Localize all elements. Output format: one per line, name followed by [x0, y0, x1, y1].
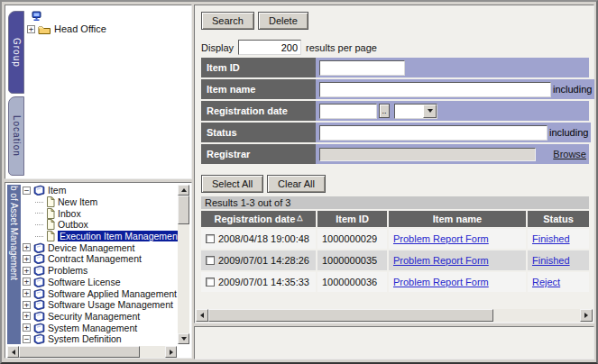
form-row-item-name: Item name including	[201, 79, 589, 99]
registration-date-cell: 2009/07/01 14:35:33	[218, 277, 309, 287]
dropdown-button[interactable]	[423, 105, 437, 118]
registration-date-cell: 2008/04/18 19:00:48	[218, 233, 309, 244]
tree-item[interactable]: New Item	[23, 196, 178, 208]
tab-group[interactable]: Group	[8, 11, 24, 94]
scrollbar-thumb[interactable]	[19, 346, 140, 358]
table-row: 2008/04/18 19:00:48 1000000029 Problem R…	[201, 229, 589, 249]
scroll-left-button[interactable]	[196, 309, 208, 322]
row-checkbox[interactable]	[206, 234, 215, 243]
collapse-icon[interactable]	[23, 187, 31, 195]
scroll-right-button[interactable]	[165, 346, 177, 358]
display-count-row: Display results per page	[201, 40, 377, 55]
tree-item[interactable]: Contract Management	[23, 253, 178, 265]
select-all-button[interactable]: Select All	[201, 175, 263, 193]
tree-item[interactable]: Software License	[23, 277, 178, 288]
tree-item[interactable]: Outbox	[23, 219, 178, 231]
column-header-registration-date[interactable]: Registration date	[201, 211, 316, 227]
item-id-input[interactable]	[319, 60, 405, 76]
registration-date-input[interactable]	[319, 104, 377, 119]
status-link[interactable]: Finished	[532, 255, 570, 266]
status-link[interactable]: Reject	[532, 277, 560, 287]
book-icon	[33, 311, 45, 322]
bottom-pane	[194, 326, 594, 359]
scroll-left-button[interactable]	[7, 346, 19, 358]
scroll-down-button[interactable]	[178, 333, 189, 344]
arrow-left-icon	[12, 350, 15, 355]
search-button[interactable]: Search	[201, 12, 254, 30]
scroll-up-button[interactable]	[178, 185, 189, 196]
status-link[interactable]: Finished	[532, 233, 570, 244]
scrollbar-thumb[interactable]	[208, 309, 493, 322]
expand-icon[interactable]	[23, 312, 31, 320]
tree-item-label: Contract Management	[48, 253, 142, 264]
arrow-up-icon	[181, 188, 187, 192]
expand-icon[interactable]	[23, 243, 31, 251]
expand-icon[interactable]	[23, 289, 31, 297]
tree-item[interactable]: System Definition	[23, 333, 178, 345]
tree-item[interactable]: System Management	[23, 322, 178, 333]
form-row-status: Status including	[201, 123, 589, 142]
registrar-browse-link[interactable]: Browse	[553, 149, 586, 159]
expand-icon[interactable]	[23, 301, 31, 309]
search-form: Item ID Item name including Registration…	[201, 58, 589, 166]
date-condition-dropdown[interactable]	[394, 104, 437, 119]
item-name-link[interactable]: Problem Report Form	[393, 233, 489, 244]
tab-group-label: Group	[12, 38, 22, 68]
status-input[interactable]	[319, 125, 547, 141]
tree-item[interactable]: Inbox	[23, 207, 178, 219]
column-header-item-name[interactable]: Item name	[389, 211, 526, 227]
book-icon	[33, 253, 45, 264]
job-tree: Item New Item Inbox Outbox Execution Ite	[23, 185, 178, 345]
tree-item-label: Outbox	[58, 219, 88, 230]
results-summary: Results 1-3 out of 3	[201, 196, 589, 209]
delete-button[interactable]: Delete	[258, 12, 308, 30]
job-side-strip-label: b of Asset Management	[9, 186, 19, 280]
item-id-cell: 1000000036	[322, 277, 377, 287]
item-name-link[interactable]: Problem Report Form	[393, 277, 489, 287]
tab-location[interactable]: Location	[8, 96, 24, 176]
tree-item-label: Software License	[48, 277, 121, 287]
item-name-input[interactable]	[319, 82, 551, 97]
tree-item[interactable]: Problems	[23, 265, 178, 277]
job-tree-vertical-scrollbar[interactable]	[178, 185, 189, 344]
search-panel-horizontal-scrollbar[interactable]	[196, 309, 593, 322]
tree-connector	[35, 213, 43, 214]
tree-connector	[35, 224, 43, 225]
scrollbar-thumb[interactable]	[178, 196, 189, 224]
arrow-right-icon	[170, 350, 173, 355]
tree-item[interactable]: Software Usage Management	[23, 299, 178, 311]
job-tree-horizontal-scrollbar[interactable]	[7, 346, 177, 358]
item-id-cell: 1000000029	[322, 233, 377, 244]
expand-icon[interactable]	[27, 25, 35, 33]
group-panel: Group Location Head Office	[5, 5, 192, 179]
arrow-left-icon	[200, 313, 204, 318]
field-label: Registration date	[201, 101, 316, 121]
tree-item-selected[interactable]: Execution Item Management	[23, 231, 178, 242]
expand-icon[interactable]	[23, 323, 31, 332]
collapse-icon[interactable]	[23, 335, 31, 343]
tree-item[interactable]: Device Management	[23, 241, 178, 253]
expand-icon[interactable]	[23, 255, 31, 263]
tree-item-label: Inbox	[58, 208, 81, 219]
tree-item[interactable]: Software Applied Management	[23, 287, 178, 299]
column-header-status[interactable]: Status	[528, 211, 589, 227]
tree-item-label: Problems	[48, 265, 87, 276]
expand-icon[interactable]	[23, 278, 31, 286]
tree-item-head-office[interactable]: Head Office	[27, 23, 189, 34]
item-name-link[interactable]: Problem Report Form	[393, 255, 489, 266]
scroll-right-button[interactable]	[580, 309, 593, 322]
column-header-item-id[interactable]: Item ID	[317, 211, 387, 227]
results-per-page-input[interactable]	[238, 40, 301, 55]
results-table: Registration date Item ID Item name Stat…	[201, 211, 589, 294]
tree-item[interactable]: Item	[23, 185, 178, 196]
book-icon	[33, 242, 45, 253]
application-window: Group Location Head Office b of Asset Ma…	[0, 0, 598, 364]
page-icon	[46, 219, 55, 230]
display-label: Display	[201, 42, 234, 53]
expand-icon[interactable]	[23, 267, 31, 275]
row-checkbox[interactable]	[206, 278, 215, 287]
date-picker-button[interactable]: ..	[379, 104, 390, 118]
clear-all-button[interactable]: Clear All	[267, 175, 326, 193]
tree-item[interactable]: Security Management	[23, 311, 178, 323]
row-checkbox[interactable]	[206, 256, 215, 265]
